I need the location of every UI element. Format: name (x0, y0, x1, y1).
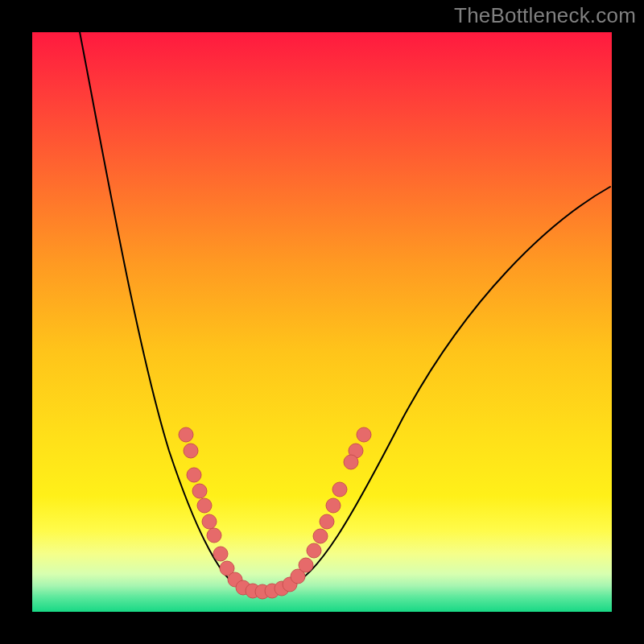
watermark-text: TheBottleneck.com (454, 3, 636, 28)
chart-svg (0, 0, 644, 644)
dot (192, 484, 207, 498)
dot (202, 514, 217, 529)
dot (187, 468, 201, 482)
dot (357, 427, 371, 442)
dot (207, 528, 221, 543)
dot (299, 558, 313, 572)
dot (307, 543, 321, 558)
dot (197, 498, 212, 513)
dot (213, 547, 228, 561)
dot (313, 529, 328, 543)
dot (332, 482, 347, 497)
dot (179, 427, 193, 442)
dot (344, 455, 358, 469)
dot (184, 444, 198, 458)
dot (326, 498, 341, 513)
dot (320, 514, 334, 529)
chart-frame: TheBottleneck.com (0, 0, 644, 644)
